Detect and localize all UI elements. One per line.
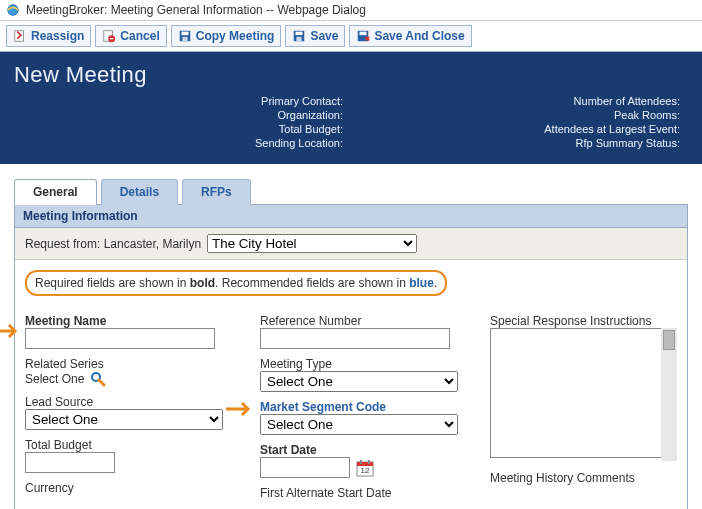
svg-rect-8 [296, 32, 303, 36]
search-icon[interactable] [90, 371, 106, 387]
copy-label: Copy Meeting [196, 29, 275, 43]
tab-strip: General Details RFPs [14, 179, 702, 205]
page-header: New Meeting Primary Contact: Organizatio… [0, 52, 702, 164]
svg-text:12: 12 [361, 466, 370, 475]
meeting-name-input[interactable] [25, 328, 215, 349]
hdr-primary-contact: Primary Contact: [14, 95, 351, 107]
hdr-attendees: Number of Attendees: [351, 95, 688, 107]
special-response-textarea[interactable] [490, 328, 677, 458]
save-button[interactable]: Save [285, 25, 345, 47]
meeting-type-select[interactable]: Select One [260, 371, 458, 392]
toolbar: Reassign Cancel Copy Meeting Save Save A… [0, 21, 702, 52]
ie-icon [6, 3, 20, 17]
field-hint-callout: Required fields are shown in bold. Recom… [25, 270, 447, 296]
svg-rect-5 [181, 32, 188, 36]
start-date-input[interactable] [260, 457, 350, 478]
first-alt-start-label: First Alternate Start Date [260, 486, 470, 500]
cancel-label: Cancel [120, 29, 159, 43]
related-series-value: Select One [25, 372, 84, 386]
lead-source-label: Lead Source [25, 395, 240, 409]
start-date-label: Start Date [260, 443, 470, 457]
total-budget-input[interactable] [25, 452, 115, 473]
related-series-label: Related Series [25, 357, 240, 371]
svg-rect-11 [360, 32, 367, 36]
lead-source-select[interactable]: Select One [25, 409, 223, 430]
page-title: New Meeting [14, 62, 688, 88]
save-icon [292, 29, 306, 43]
save-icon [178, 29, 192, 43]
special-response-label: Special Response Instructions [490, 314, 677, 328]
tab-details[interactable]: Details [101, 179, 178, 205]
hdr-total-budget: Total Budget: [14, 123, 351, 135]
arrow-icon [226, 402, 256, 416]
svg-rect-9 [297, 37, 302, 41]
request-from-select[interactable]: The City Hotel [207, 234, 417, 253]
meeting-name-label: Meeting Name [25, 314, 240, 328]
arrow-icon [0, 324, 23, 338]
hdr-largest-event: Attendees at Largest Event: [351, 123, 688, 135]
meeting-info-panel: Meeting Information Request from: Lancas… [14, 204, 688, 509]
cancel-button[interactable]: Cancel [95, 25, 166, 47]
save-label: Save [310, 29, 338, 43]
market-segment-label: Market Segment Code [260, 400, 470, 414]
hdr-organization: Organization: [14, 109, 351, 121]
hdr-sending-location: Sending Location: [14, 137, 351, 149]
svg-rect-6 [182, 37, 187, 41]
reassign-button[interactable]: Reassign [6, 25, 91, 47]
meeting-history-label: Meeting History Comments [490, 471, 677, 485]
request-from-row: Request from: Lancaster, Marilyn The Cit… [15, 228, 687, 260]
request-from-label: Request from: Lancaster, Marilyn [25, 237, 201, 251]
save-close-button[interactable]: Save And Close [349, 25, 471, 47]
copy-meeting-button[interactable]: Copy Meeting [171, 25, 282, 47]
market-segment-select[interactable]: Select One [260, 414, 458, 435]
save-close-label: Save And Close [374, 29, 464, 43]
reassign-icon [13, 29, 27, 43]
form-area: Meeting Name Related Series Select One L… [15, 300, 687, 509]
panel-title: Meeting Information [15, 205, 687, 228]
meeting-type-label: Meeting Type [260, 357, 470, 371]
reassign-label: Reassign [31, 29, 84, 43]
window-title-bar: MeetingBroker: Meeting General Informati… [0, 0, 702, 21]
calendar-icon[interactable]: 12 [356, 459, 374, 477]
save-close-icon [356, 29, 370, 43]
window-title: MeetingBroker: Meeting General Informati… [26, 3, 366, 17]
total-budget-label: Total Budget [25, 438, 240, 452]
svg-point-0 [8, 5, 19, 16]
hdr-peak-rooms: Peak Rooms: [351, 109, 688, 121]
currency-label: Currency [25, 481, 240, 495]
hdr-rfp-status: Rfp Summary Status: [351, 137, 688, 149]
svg-rect-16 [360, 460, 362, 464]
reference-number-input[interactable] [260, 328, 450, 349]
tab-general[interactable]: General [14, 179, 97, 205]
svg-rect-17 [368, 460, 370, 464]
cancel-icon [102, 29, 116, 43]
scrollbar[interactable] [661, 328, 677, 461]
reference-number-label: Reference Number [260, 314, 470, 328]
tab-rfps[interactable]: RFPs [182, 179, 251, 205]
